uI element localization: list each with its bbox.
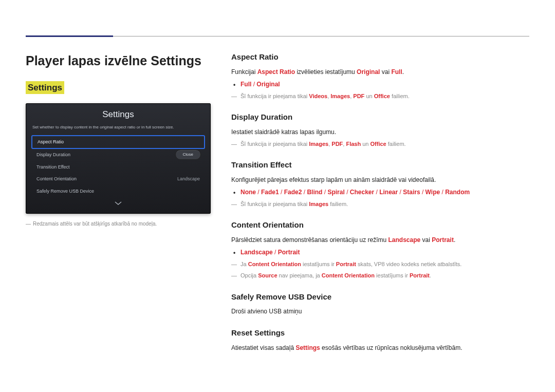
heading-reset-settings: Reset Settings: [231, 327, 529, 339]
settings-panel: Settings Set whether to display content …: [26, 103, 211, 214]
page-accent-bar: [26, 35, 113, 37]
panel-item-label: Transition Effect: [36, 164, 70, 171]
aspect-ratio-desc: Funkcijai Aspect Ratio izvēlieties iesta…: [231, 67, 529, 77]
transition-desc: Konfigurējiet pārejas efektus starp lapā…: [231, 175, 529, 184]
page-content: Player lapas izvēlne Settings Settings S…: [26, 51, 529, 354]
close-button[interactable]: Close: [175, 150, 201, 160]
display-duration-desc: Iestatiet slaidrādē katras lapas ilgumu.: [231, 127, 529, 137]
chevron-down-icon[interactable]: [26, 199, 210, 213]
section-heading-settings: Settings: [26, 81, 64, 95]
heading-safely-remove: Safely Remove USB Device: [231, 291, 529, 303]
panel-item-label: Display Duration: [36, 152, 70, 159]
panel-item-label: Aspect Ratio: [38, 139, 64, 146]
orientation-options: Landscape / Portrait: [240, 248, 529, 257]
image-note: Redzamais attēls var būt atšķirīgs atkar…: [26, 220, 211, 228]
panel-item-aspect-ratio[interactable]: Aspect Ratio: [31, 135, 205, 150]
orientation-note-1: Ja Content Orientation iestatījums ir Po…: [240, 260, 529, 269]
panel-item-label: Safely Remove USB Device: [36, 188, 94, 195]
panel-item-value: Landscape: [177, 176, 200, 183]
heading-transition-effect: Transition Effect: [231, 159, 529, 171]
orientation-desc: Pārslēdziet satura demonstrēšanas orient…: [231, 235, 529, 245]
orientation-note-2: Opcija Source nav pieejama, ja Content O…: [240, 271, 529, 280]
heading-display-duration: Display Duration: [231, 111, 529, 123]
right-column: Aspect Ratio Funkcijai Aspect Ratio izvē…: [231, 51, 529, 354]
heading-content-orientation: Content Orientation: [231, 219, 529, 231]
panel-item-safely-remove[interactable]: Safely Remove USB Device: [31, 185, 205, 198]
page-title: Player lapas izvēlne Settings: [26, 51, 211, 71]
panel-item-content-orientation[interactable]: Content Orientation Landscape: [31, 173, 205, 185]
display-duration-note: Šī funkcija ir pieejama tikai Images, PD…: [240, 140, 529, 148]
transition-note: Šī funkcija ir pieejama tikai Images fai…: [240, 200, 529, 209]
heading-aspect-ratio: Aspect Ratio: [231, 51, 529, 63]
safely-remove-desc: Droši atvieno USB atmiņu: [231, 307, 529, 316]
reset-desc: Atiestatiet visas sadaļā Settings esošās…: [231, 343, 529, 352]
panel-list: Aspect Ratio Display Duration Transition…: [26, 135, 210, 200]
aspect-ratio-options: Full / Original: [240, 80, 529, 89]
panel-item-label: Content Orientation: [36, 176, 77, 183]
panel-description: Set whether to display content in the or…: [26, 123, 210, 135]
transition-options: None / Fade1 / Fade2 / Blind / Spiral / …: [240, 188, 529, 197]
panel-title: Settings: [26, 104, 210, 123]
aspect-ratio-note: Šī funkcija ir pieejama tikai Videos, Im…: [240, 92, 529, 101]
left-column: Player lapas izvēlne Settings Settings S…: [26, 51, 211, 354]
panel-item-transition-effect[interactable]: Transition Effect: [31, 161, 205, 174]
